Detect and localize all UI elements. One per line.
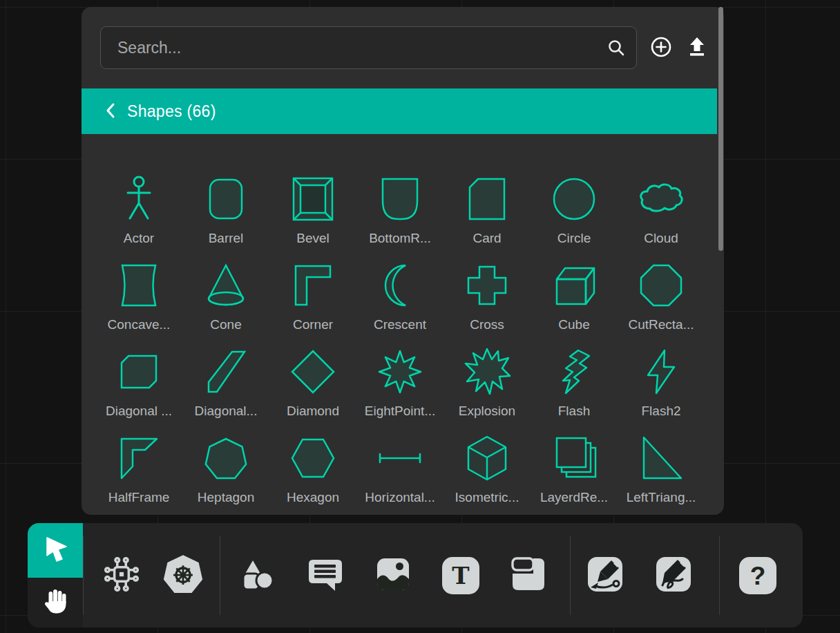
flash2-shape-icon	[635, 346, 687, 398]
shape-item[interactable]: LeftTriang...	[618, 432, 705, 518]
shape-item[interactable]: Cone	[182, 259, 269, 346]
note-tool-button[interactable]	[509, 556, 548, 595]
shape-label: Card	[472, 231, 501, 246]
shape-item[interactable]: CutRecta...	[618, 259, 705, 346]
layered-rect-shape-icon	[548, 432, 600, 484]
shape-label: Corner	[293, 317, 333, 332]
shape-item[interactable]: Cloud	[618, 173, 705, 259]
shape-item[interactable]: Cube	[531, 259, 618, 346]
crescent-shape-icon	[374, 259, 426, 312]
cross-shape-icon	[461, 259, 513, 312]
shape-label: Flash	[558, 404, 590, 419]
shape-item[interactable]: Bevel	[269, 173, 356, 259]
shapes-tool-button[interactable]	[238, 556, 277, 595]
hexagon-shape-icon	[287, 432, 339, 484]
eight-point-star-shape-icon	[374, 346, 426, 398]
shape-item[interactable]: Heptagon	[182, 432, 269, 518]
search-input[interactable]	[100, 26, 637, 69]
explosion-shape-icon	[461, 346, 513, 398]
shape-label: EightPoint...	[365, 404, 435, 419]
actor-shape-icon	[113, 173, 165, 225]
plus-circle-icon	[649, 35, 674, 62]
search-bar	[100, 26, 712, 69]
horizontal-line-shape-icon	[374, 432, 426, 484]
upload-shape-button[interactable]	[682, 33, 712, 62]
shape-label: Cross	[470, 317, 504, 332]
pen-icon	[586, 555, 624, 596]
shape-label: Concave...	[108, 317, 171, 332]
help-button[interactable]: ?	[738, 556, 777, 595]
shape-item[interactable]: Corner	[269, 259, 356, 346]
question-icon: ?	[739, 557, 776, 594]
image-icon	[374, 555, 412, 596]
add-shape-button[interactable]	[647, 33, 676, 62]
cloud-shape-icon	[635, 173, 687, 225]
shape-label: Isometric...	[455, 490, 519, 505]
shape-item[interactable]: Crescent	[356, 259, 443, 346]
kubernetes-tool-button[interactable]	[164, 556, 202, 595]
shape-item[interactable]: LayerdRe...	[531, 432, 618, 518]
components-tool-button[interactable]	[102, 556, 141, 595]
pan-tool-button[interactable]	[28, 578, 83, 627]
shape-item[interactable]: Concave...	[95, 259, 182, 346]
shape-label: Flash2	[641, 404, 680, 419]
shape-label: Cone	[210, 317, 241, 332]
cone-shape-icon	[200, 259, 252, 312]
select-tool-button[interactable]	[28, 523, 83, 578]
shapes-header: Shapes (66)	[82, 88, 717, 134]
shapes-panel: Shapes (66) ActorBarrelBevelBottomR...Ca…	[82, 7, 724, 515]
shapes-icon	[238, 555, 277, 596]
shape-label: Diagonal...	[195, 404, 258, 419]
sketch-tool-button[interactable]	[654, 556, 693, 595]
heptagon-shape-icon	[200, 432, 252, 484]
shape-item[interactable]: Actor	[95, 173, 182, 259]
hand-icon	[41, 587, 69, 618]
comment-tool-button[interactable]	[306, 556, 345, 595]
text-icon: T	[442, 557, 479, 594]
insert-tools-group: T	[220, 523, 570, 627]
shape-item[interactable]: EightPoint...	[356, 346, 443, 432]
shape-item[interactable]: Barrel	[182, 173, 269, 259]
shape-label: LeftTriang...	[627, 490, 696, 505]
pen-tool-button[interactable]	[586, 556, 624, 595]
help-group: ?	[720, 523, 777, 627]
half-frame-shape-icon	[113, 432, 165, 484]
shape-item[interactable]: Isometric...	[443, 432, 531, 518]
shape-item[interactable]: Card	[443, 173, 531, 259]
shapes-header-label: Shapes (66)	[127, 102, 216, 121]
shape-item[interactable]: Flash	[531, 346, 618, 432]
shape-item[interactable]: HalfFrame	[95, 432, 182, 518]
shape-item[interactable]: Flash2	[618, 346, 705, 432]
text-tool-button[interactable]: T	[441, 556, 480, 595]
barrel-shape-icon	[200, 173, 252, 225]
shape-item[interactable]: Diamond	[269, 346, 356, 432]
shape-item[interactable]: Hexagon	[269, 432, 356, 518]
shape-item[interactable]: Circle	[531, 173, 618, 259]
shape-item[interactable]: BottomR...	[356, 173, 443, 259]
shape-label: Bevel	[296, 231, 330, 246]
pencil-icon	[654, 555, 693, 596]
shape-item[interactable]: Horizontal...	[356, 432, 443, 518]
shape-label: HalfFrame	[108, 490, 170, 505]
image-tool-button[interactable]	[374, 556, 412, 595]
canvas[interactable]: { "panel": { "search": { "placeholder": …	[0, 0, 840, 633]
chevron-left-icon	[105, 102, 116, 121]
svg-text:T: T	[452, 562, 469, 589]
shape-item[interactable]: Cross	[443, 259, 531, 346]
shape-label: Cloud	[644, 231, 678, 246]
shape-label: LayerdRe...	[540, 490, 608, 505]
cursor-icon	[41, 535, 69, 567]
shape-item[interactable]: Diagonal...	[182, 346, 269, 432]
shape-label: Heptagon	[198, 490, 254, 505]
shape-label: Crescent	[374, 317, 426, 332]
shape-item[interactable]: Diagonal ...	[95, 346, 182, 432]
panel-scrollbar[interactable]	[718, 7, 723, 251]
corner-shape-icon	[287, 259, 339, 312]
bottom-toolbar: T	[28, 523, 803, 627]
isometric-cube-shape-icon	[461, 432, 513, 484]
diagonal-stripe-shape-icon	[200, 346, 252, 398]
back-button[interactable]	[105, 102, 116, 121]
shape-item[interactable]: Explosion	[443, 346, 531, 432]
shape-label: Actor	[124, 231, 154, 246]
circle-shape-icon	[548, 173, 600, 225]
